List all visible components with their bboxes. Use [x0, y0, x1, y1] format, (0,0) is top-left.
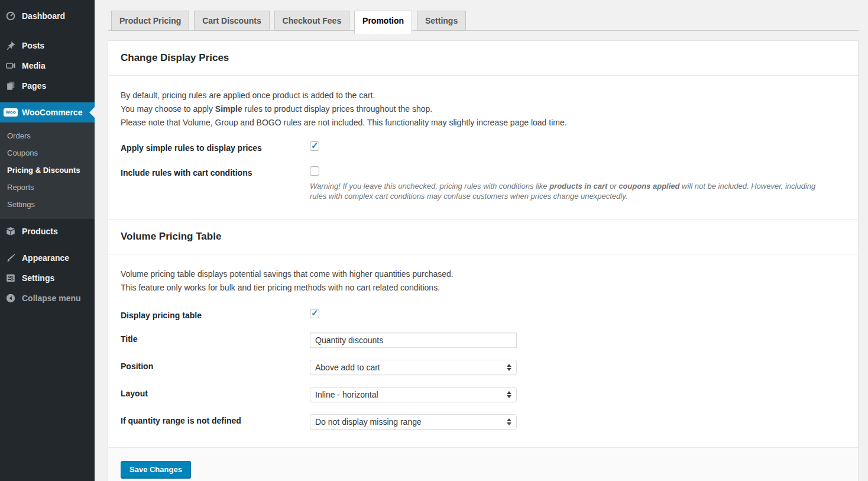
main-content: Product Pricing Cart Discounts Checkout …: [95, 0, 868, 481]
posts-icon: [5, 40, 17, 51]
section-title-volume-pricing-table: Volume Pricing Table: [108, 219, 858, 254]
pages-icon: [5, 80, 17, 92]
admin-sidebar: Dashboard Posts Media Pages Woo WooComme…: [0, 0, 95, 481]
tab-promotion[interactable]: Promotion: [354, 11, 412, 34]
intro-line-2: You may choose to apply Simple rules to …: [121, 104, 846, 115]
apply-simple-rules-row: Apply simple rules to display prices: [121, 141, 846, 153]
submenu-item-settings[interactable]: Settings: [0, 196, 95, 213]
intro-text: By default, pricing rules are applied on…: [121, 90, 846, 128]
appearance-icon: [5, 252, 17, 264]
submenu-item-reports[interactable]: Reports: [0, 179, 95, 196]
warning-text: Warning! If you leave this unchecked, pr…: [310, 181, 830, 201]
settings-icon: [5, 272, 17, 284]
layout-label: Layout: [121, 387, 310, 399]
submenu-item-pricing-discounts[interactable]: Pricing & Discounts: [0, 162, 95, 179]
sidebar-item-collapse-menu[interactable]: Collapse menu: [0, 288, 95, 308]
volume-intro-text: Volume pricing table displays potential …: [121, 269, 846, 293]
display-pricing-table-row: Display pricing table: [121, 309, 846, 321]
layout-select[interactable]: Inline - horizontal: [310, 387, 517, 402]
submenu-item-orders[interactable]: Orders: [0, 127, 95, 144]
section-title-change-display-prices: Change Display Prices: [108, 41, 858, 76]
include-cart-conditions-checkbox[interactable]: [310, 166, 319, 176]
position-row: Position Above add to cart: [121, 360, 846, 375]
intro-line-1: By default, pricing rules are applied on…: [121, 90, 846, 101]
sidebar-item-label: Media: [22, 61, 46, 70]
title-label: Title: [121, 332, 310, 344]
settings-tabs: Product Pricing Cart Discounts Checkout …: [108, 11, 859, 31]
sidebar-item-label: Posts: [22, 41, 44, 50]
collapse-menu-icon: [5, 292, 17, 304]
sidebar-item-woocommerce[interactable]: Woo WooCommerce: [0, 102, 95, 122]
sidebar-item-label: WooCommerce: [22, 108, 82, 117]
position-select-value: Above add to cart: [315, 363, 380, 372]
sidebar-item-settings[interactable]: Settings: [0, 268, 95, 288]
position-select[interactable]: Above add to cart: [310, 360, 517, 375]
select-stepper-icon: [507, 364, 511, 371]
media-icon: [5, 60, 17, 72]
sidebar-item-posts[interactable]: Posts: [0, 35, 95, 56]
dashboard-icon: [5, 10, 17, 22]
title-row: Title: [121, 332, 846, 348]
sidebar-item-media[interactable]: Media: [0, 56, 95, 76]
position-label: Position: [121, 360, 310, 372]
products-icon: [5, 225, 17, 237]
tab-product-pricing[interactable]: Product Pricing: [111, 11, 189, 31]
display-pricing-table-checkbox[interactable]: [310, 309, 319, 318]
select-stepper-icon: [507, 391, 511, 398]
sidebar-item-label: Collapse menu: [22, 293, 81, 303]
title-input[interactable]: [310, 332, 517, 348]
current-item-arrow: [89, 107, 95, 118]
include-cart-conditions-label: Include rules with cart conditions: [121, 166, 310, 178]
sidebar-item-label: Dashboard: [22, 11, 65, 21]
woo-badge-label: Woo: [4, 108, 17, 117]
sidebar-item-products[interactable]: Products: [0, 221, 95, 241]
include-cart-conditions-row: Include rules with cart conditions Warni…: [121, 166, 846, 201]
save-changes-button[interactable]: Save Changes: [121, 461, 191, 478]
woocommerce-icon: Woo: [5, 106, 17, 118]
sidebar-item-dashboard[interactable]: Dashboard: [0, 6, 95, 26]
missing-range-label: If quantity range is not defined: [121, 414, 310, 426]
volume-intro-line-1: Volume pricing table displays potential …: [121, 269, 846, 280]
sidebar-item-label: Appearance: [22, 253, 69, 263]
missing-range-row: If quantity range is not defined Do not …: [121, 414, 846, 430]
sidebar-item-pages[interactable]: Pages: [0, 76, 95, 96]
woocommerce-submenu: Orders Coupons Pricing & Discounts Repor…: [0, 122, 95, 219]
submenu-item-coupons[interactable]: Coupons: [0, 144, 95, 162]
tab-checkout-fees[interactable]: Checkout Fees: [274, 11, 350, 31]
missing-range-select-value: Do not display missing range: [315, 417, 422, 427]
card-footer: Save Changes: [108, 447, 858, 481]
tab-cart-discounts[interactable]: Cart Discounts: [194, 11, 270, 31]
select-stepper-icon: [507, 418, 511, 425]
sidebar-item-label: Settings: [22, 273, 54, 283]
apply-simple-rules-checkbox[interactable]: [310, 141, 319, 151]
sidebar-item-appearance[interactable]: Appearance: [0, 248, 95, 268]
missing-range-select[interactable]: Do not display missing range: [310, 414, 517, 430]
layout-select-value: Inline - horizontal: [315, 390, 378, 399]
tab-settings[interactable]: Settings: [417, 11, 466, 31]
change-display-prices-body: By default, pricing rules are applied on…: [108, 76, 858, 219]
volume-pricing-table-body: Volume pricing table displays potential …: [108, 254, 858, 447]
sidebar-item-label: Pages: [22, 81, 46, 91]
volume-intro-line-2: This feature only works for bulk and tie…: [121, 282, 846, 293]
promotion-settings-card: Change Display Prices By default, pricin…: [108, 40, 859, 481]
layout-row: Layout Inline - horizontal: [121, 387, 846, 402]
apply-simple-rules-label: Apply simple rules to display prices: [121, 141, 310, 153]
intro-line-3: Please note that Volume, Group and BOGO …: [121, 117, 846, 128]
sidebar-item-label: Products: [22, 227, 58, 236]
display-pricing-table-label: Display pricing table: [121, 309, 310, 321]
